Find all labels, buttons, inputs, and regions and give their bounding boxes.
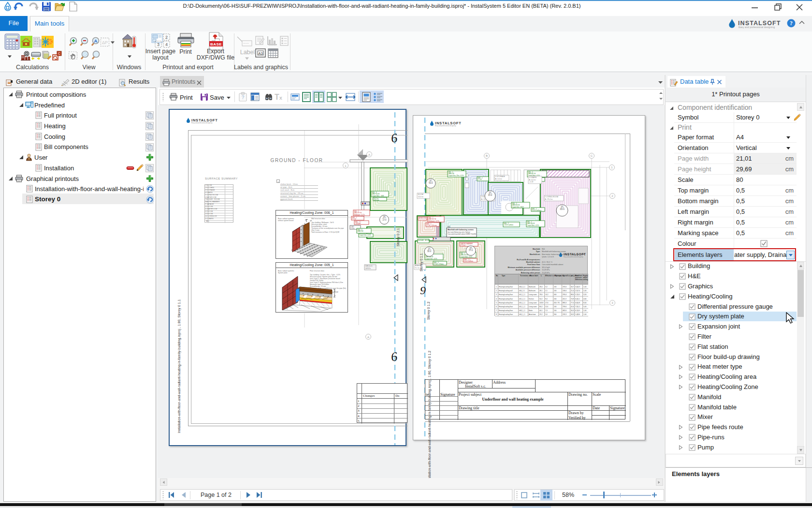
svg-text:4: 4 — [165, 42, 168, 47]
svg-text:2: 2 — [165, 35, 168, 40]
svg-text:Carpet tiles+Tiles -0,5%: Carpet tiles+Tiles -0,5% — [449, 175, 464, 177]
svg-text:207/17x: 207/17x — [365, 268, 371, 269]
svg-text:-13 m² d=8mm: -13 m² d=8mm — [504, 224, 514, 226]
svg-text:284 W: 284 W — [427, 251, 431, 253]
svg-text:A3: A3 — [258, 51, 262, 56]
svg-text:Wallpaper -9,7%: Wallpaper -9,7% — [354, 214, 365, 216]
svg-text:Wallpaper -9,7%: Wallpaper -9,7% — [429, 220, 439, 222]
svg-text:A: A — [367, 336, 369, 339]
svg-text:ΔP: ΔP — [102, 40, 108, 45]
svg-text:+1,32: +1,32 — [529, 181, 534, 183]
svg-text:7,0 m²: 7,0 m² — [351, 227, 355, 229]
svg-text:Manifold with balancing screws: Manifold with balancing screws — [448, 229, 474, 231]
svg-text:ATHROOM: ATHROOM — [419, 217, 427, 219]
svg-text:d=8 mm: d=8 mm — [374, 199, 379, 201]
svg-text:A: A — [94, 38, 98, 44]
svg-text:1628 W: 1628 W — [560, 209, 565, 210]
svg-text:277 W: 277 W — [469, 250, 473, 252]
svg-text:Carpet fibre -4,5%: Carpet fibre -4,5% — [527, 224, 539, 226]
svg-text:9,4 m² d=8mm: 9,4 m² d=8mm — [532, 209, 542, 211]
svg-text:R01: R01 — [448, 226, 450, 228]
svg-text:623 W: 623 W — [488, 194, 492, 196]
svg-text:A: 29,4 m²: A: 29,4 m² — [545, 198, 553, 200]
svg-text:?: ? — [790, 20, 793, 27]
svg-text:ROOM: ROOM — [418, 194, 423, 195]
svg-text:13,3 m²: 13,3 m² — [418, 196, 424, 198]
svg-text:3: 3 — [157, 42, 160, 47]
svg-text:Carpet tiles -0,5%: Carpet tiles -0,5% — [360, 234, 371, 236]
svg-text:Carpet fibre -3,5%: Carpet fibre -3,5% — [461, 256, 473, 258]
svg-text:-156 mm: -156 mm — [355, 223, 361, 224]
svg-text:4 STAIRS: 4 STAIRS — [529, 177, 537, 179]
svg-text:-247 W: -247 W — [382, 219, 386, 221]
svg-text:7,7 m² -270mm: 7,7 m² -270mm — [434, 263, 444, 265]
svg-text:Carpet tiles -5613: Carpet tiles -5613 — [512, 206, 524, 208]
svg-text:3 STORAGE: 3 STORAGE — [495, 176, 506, 178]
svg-text:A: A — [368, 153, 370, 156]
svg-text:7,7 m²: 7,7 m² — [352, 218, 357, 220]
svg-text:Concealed manifold cabinet LWR: Concealed manifold cabinet LWRH 710x580 — [448, 233, 476, 235]
svg-text:4HE-0 W: 4HE-0 W — [358, 230, 363, 232]
svg-text:Carpet tiles -4,5%: Carpet tiles -4,5% — [426, 258, 437, 260]
svg-text:5 LIVING-ROOM: 5 LIVING-ROOM — [545, 196, 558, 198]
svg-text:B: B — [486, 154, 488, 157]
svg-text:7,7 m²: 7,7 m² — [478, 179, 482, 180]
svg-text:4 7,0 m²: 4 7,0 m² — [461, 244, 466, 246]
svg-text:?: ? — [241, 95, 244, 100]
svg-text:7,7 m² -156 mm: 7,7 m² -156 mm — [427, 224, 437, 226]
svg-text:744 W: 744 W — [429, 182, 433, 184]
svg-text:BASE: BASE — [210, 42, 222, 46]
svg-text:A: 4,0 m²: A: 4,0 m² — [529, 179, 536, 181]
svg-text:Carpet fibre - 16W: Carpet fibre - 16W — [372, 195, 384, 197]
svg-text:BOILER - ROOM: BOILER - ROOM — [419, 239, 430, 241]
svg-text:A: 2,0 m²: A: 2,0 m² — [495, 178, 503, 180]
svg-text:14 m² d=8mm: 14 m² d=8mm — [464, 260, 474, 262]
svg-text:D6H-2x L5: D6H-2x L5 — [365, 265, 373, 267]
svg-text:C: C — [591, 154, 593, 157]
